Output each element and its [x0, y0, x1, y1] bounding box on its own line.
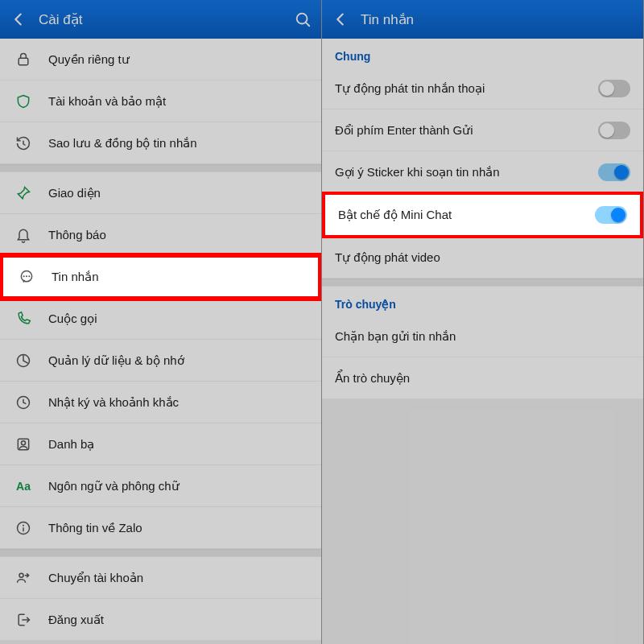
info-icon: [13, 520, 34, 536]
sidebar-item-label: Ngôn ngữ và phông chữ: [48, 479, 180, 493]
row-label: Gợi ý Sticker khi soạn tin nhắn: [335, 165, 598, 180]
sidebar-item-label: Danh bạ: [48, 437, 94, 452]
switch-user-icon: [13, 570, 34, 586]
sidebar-item-messages[interactable]: Tin nhắn: [0, 254, 321, 299]
pin-icon: [13, 185, 34, 201]
sidebar-item-theme[interactable]: Giao diện: [0, 172, 321, 214]
row-label: Tự động phát tin nhắn thoại: [335, 81, 598, 96]
toggle-enter-send[interactable]: [598, 122, 630, 139]
sidebar-item-backup[interactable]: Sao lưu & đồng bộ tin nhắn: [0, 122, 321, 164]
row-sticker[interactable]: Gợi ý Sticker khi soạn tin nhắn: [322, 151, 643, 193]
sidebar-item-contacts[interactable]: Danh bạ: [0, 423, 321, 465]
svg-point-8: [19, 573, 23, 577]
row-label: Tự động phát video: [335, 250, 630, 265]
row-block[interactable]: Chặn bạn gửi tin nhắn: [322, 316, 643, 357]
svg-point-0: [297, 14, 308, 24]
messages-settings-list: Chung Tự động phát tin nhắn thoại Đổi ph…: [322, 39, 643, 644]
toggle-sticker[interactable]: [598, 163, 630, 181]
back-icon[interactable]: [10, 10, 27, 28]
pie-icon: [13, 353, 34, 369]
history-icon: [13, 135, 34, 151]
sidebar-item-diary[interactable]: Nhật ký và khoảnh khắc: [0, 382, 321, 423]
messages-header: Tin nhắn: [322, 0, 643, 39]
lock-icon: [13, 52, 34, 68]
svg-rect-1: [19, 58, 28, 64]
shield-icon: [13, 93, 34, 109]
section-label-general: Chung: [322, 39, 643, 68]
svg-point-6: [22, 440, 26, 444]
sidebar-item-data[interactable]: Quản lý dữ liệu & bộ nhớ: [0, 340, 321, 382]
search-icon[interactable]: [294, 10, 312, 28]
phone-icon: [13, 311, 34, 327]
sidebar-item-label: Nhật ký và khoảnh khắc: [48, 395, 179, 410]
settings-header: Cài đặt: [0, 0, 321, 39]
toggle-mini-chat[interactable]: [595, 206, 627, 224]
row-hide[interactable]: Ẩn trò chuyện: [322, 357, 643, 399]
row-enter-send[interactable]: Đổi phím Enter thành Gửi: [322, 109, 643, 151]
sidebar-item-about[interactable]: Thông tin về Zalo: [0, 507, 321, 549]
row-auto-video[interactable]: Tự động phát video: [322, 237, 643, 279]
clock-icon: [13, 394, 34, 411]
logout-icon: [13, 612, 34, 628]
contact-icon: [13, 436, 34, 452]
back-icon[interactable]: [332, 10, 349, 28]
sidebar-item-label: Thông tin về Zalo: [48, 521, 142, 535]
sidebar-item-label: Sao lưu & đồng bộ tin nhắn: [48, 136, 197, 151]
row-mini-chat[interactable]: Bật chế độ Mini Chat: [322, 192, 643, 238]
section-label-chat: Trò chuyện: [322, 287, 643, 316]
sidebar-item-account[interactable]: Tài khoản và bảo mật: [0, 80, 321, 122]
sidebar-item-label: Thông báo: [48, 228, 106, 242]
row-label: Chặn bạn gửi tin nhắn: [335, 329, 630, 344]
sidebar-item-label: Giao diện: [48, 186, 101, 200]
bell-icon: [13, 227, 34, 243]
settings-title: Cài đặt: [39, 11, 82, 28]
aa-icon: Aa: [13, 480, 34, 493]
sidebar-item-label: Quyền riêng tư: [48, 52, 130, 67]
settings-list: Quyền riêng tư Tài khoản và bảo mật Sao …: [0, 39, 321, 644]
sidebar-item-label: Chuyển tài khoản: [48, 571, 143, 585]
sidebar-item-label: Cuộc gọi: [48, 312, 97, 326]
sidebar-item-calls[interactable]: Cuộc gọi: [0, 298, 321, 340]
settings-panel: Cài đặt Quyền riêng tư Tài khoản và bảo …: [0, 0, 322, 644]
sidebar-item-font[interactable]: Aa Ngôn ngữ và phông chữ: [0, 465, 321, 507]
sidebar-item-label: Đăng xuất: [48, 613, 104, 627]
chat-icon: [16, 269, 37, 285]
sidebar-item-label: Tin nhắn: [52, 270, 98, 284]
toggle-auto-voice[interactable]: [598, 80, 630, 97]
sidebar-item-privacy[interactable]: Quyền riêng tư: [0, 39, 321, 80]
row-label: Đổi phím Enter thành Gửi: [335, 123, 598, 138]
sidebar-item-logout[interactable]: Đăng xuất: [0, 599, 321, 641]
row-auto-voice[interactable]: Tự động phát tin nhắn thoại: [322, 68, 643, 109]
sidebar-item-notify[interactable]: Thông báo: [0, 214, 321, 256]
messages-settings-panel: Tin nhắn Chung Tự động phát tin nhắn tho…: [322, 0, 644, 644]
sidebar-item-switch[interactable]: Chuyển tài khoản: [0, 557, 321, 599]
row-label: Bật chế độ Mini Chat: [338, 208, 595, 222]
row-label: Ẩn trò chuyện: [335, 371, 630, 386]
sidebar-item-label: Tài khoản và bảo mật: [48, 94, 166, 109]
messages-title: Tin nhắn: [361, 11, 414, 28]
sidebar-item-label: Quản lý dữ liệu & bộ nhớ: [48, 353, 184, 368]
